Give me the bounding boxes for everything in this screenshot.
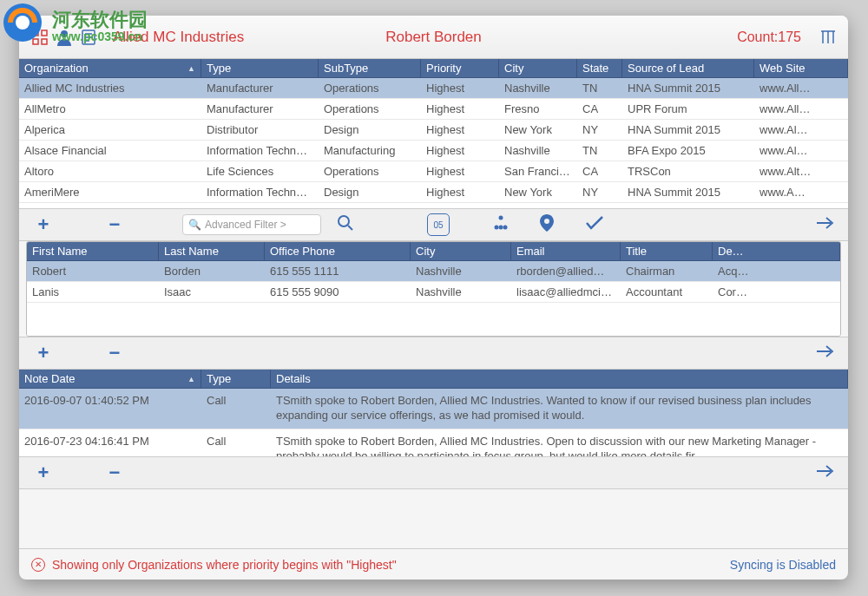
cell: CA — [577, 161, 622, 181]
cell: Highest — [421, 161, 499, 181]
location-pin-icon[interactable] — [540, 214, 554, 236]
col-last-name[interactable]: Last Name — [159, 242, 265, 260]
col-title[interactable]: Title — [621, 242, 713, 260]
cell: 615 555 9090 — [265, 282, 411, 302]
bottom-toolbar: + − — [19, 456, 848, 489]
svg-point-15 — [339, 216, 349, 226]
calendar-day-badge[interactable]: 05 — [427, 213, 450, 236]
col-dept[interactable]: De… — [713, 242, 840, 260]
col-note-details[interactable]: Details — [271, 370, 848, 388]
bottom-next-arrow-button[interactable] — [815, 463, 836, 483]
svg-point-1 — [16, 16, 30, 29]
hierarchy-icon[interactable] — [493, 215, 509, 235]
notes-toolbar: + − — [19, 337, 848, 370]
col-note-type[interactable]: Type — [201, 370, 271, 388]
cell: Cor… — [713, 282, 840, 302]
next-arrow-button[interactable] — [815, 215, 836, 235]
status-bar: ✕ Showing only Organizations where prior… — [19, 548, 848, 580]
add-note-button[interactable]: + — [31, 342, 56, 364]
note-details: TSmith spoke to Robert Borden, Allied MC… — [271, 389, 848, 429]
cell: HNA Summit 2015 — [622, 78, 754, 98]
add-bottom-button[interactable]: + — [31, 462, 56, 484]
cell: Manufacturer — [201, 99, 319, 119]
col-source[interactable]: Source of Lead — [622, 59, 754, 77]
table-row[interactable]: AltoroLife SciencesOperationsHighestSan … — [19, 161, 848, 182]
cell: lisaac@alliedmci… — [511, 282, 621, 302]
table-row[interactable]: AmeriMereInformation Techn…DesignHighest… — [19, 182, 848, 203]
cell: www.All… — [754, 78, 848, 98]
col-organization[interactable]: Organization▲ — [19, 59, 201, 77]
cell: NY — [577, 182, 622, 202]
cell: Operations — [319, 99, 421, 119]
filter-placeholder: Advanced Filter > — [205, 219, 286, 231]
note-date: 2016-07-23 04:16:41 PM — [19, 429, 201, 456]
col-city[interactable]: City — [499, 59, 577, 77]
search-button[interactable] — [337, 214, 354, 236]
remove-note-button[interactable]: − — [102, 342, 127, 364]
cell: www.A… — [754, 182, 848, 202]
clear-filter-icon[interactable]: ✕ — [31, 558, 45, 572]
col-note-date[interactable]: Note Date▲ — [19, 370, 201, 388]
advanced-filter-input[interactable]: 🔍 Advanced Filter > — [182, 214, 321, 235]
table-row[interactable]: RobertBorden615 555 1111Nashvillerborden… — [27, 261, 840, 282]
cell: Highest — [421, 120, 499, 140]
cell: Robert — [27, 261, 159, 281]
col-state[interactable]: State — [577, 59, 622, 77]
remove-bottom-button[interactable]: − — [102, 462, 127, 484]
cell: AmeriMere — [19, 182, 201, 202]
table-row[interactable]: 2016-07-23 04:16:41 PMCallTSmith spoke t… — [19, 429, 848, 456]
columns-icon[interactable] — [819, 28, 838, 47]
table-row[interactable]: Allied MC IndustriesManufacturerOperatio… — [19, 78, 848, 99]
col-first-name[interactable]: First Name — [27, 242, 159, 260]
table-row[interactable]: LanisIsaac615 555 9090Nashvillelisaac@al… — [27, 282, 840, 303]
note-type: Call — [201, 389, 271, 429]
cell: Alsace Financial — [19, 141, 201, 160]
col-subtype[interactable]: SubType — [319, 59, 421, 77]
cell: Nashville — [411, 282, 511, 302]
sync-status-text[interactable]: Syncing is Disabled — [730, 558, 836, 572]
sort-asc-icon: ▲ — [187, 375, 195, 383]
note-date: 2016-09-07 01:40:52 PM — [19, 389, 201, 429]
cell: www.Al… — [754, 120, 848, 140]
contacts-grid-body[interactable]: RobertBorden615 555 1111Nashvillerborden… — [27, 261, 840, 336]
cell: Borden — [159, 261, 265, 281]
cell: TRSCon — [622, 161, 754, 181]
cell: rborden@allied… — [511, 261, 621, 281]
table-row[interactable]: AlpericaDistributorDesignHighestNew York… — [19, 120, 848, 141]
notes-grid-body[interactable]: 2016-09-07 01:40:52 PMCallTSmith spoke t… — [19, 389, 848, 456]
cell: Nashville — [499, 141, 577, 160]
notes-next-arrow-button[interactable] — [815, 344, 836, 363]
checkmark-icon[interactable] — [585, 215, 604, 235]
cell: Highest — [421, 141, 499, 160]
org-grid-body[interactable]: Allied MC IndustriesManufacturerOperatio… — [19, 78, 848, 208]
col-type[interactable]: Type — [201, 59, 319, 77]
table-row[interactable]: AllMetroManufacturerOperationsHighestFre… — [19, 99, 848, 120]
table-row[interactable]: Alsace FinancialInformation Techn…Manufa… — [19, 141, 848, 161]
cell: Design — [319, 182, 421, 202]
col-email[interactable]: Email — [511, 242, 621, 260]
search-icon: 🔍 — [188, 219, 201, 231]
cell: Accountant — [621, 282, 713, 302]
watermark-logo — [2, 2, 43, 49]
col-office-phone[interactable]: Office Phone — [265, 242, 411, 260]
table-row[interactable]: 2016-09-07 01:40:52 PMCallTSmith spoke t… — [19, 389, 848, 429]
cell: Distributor — [201, 120, 319, 140]
org-grid-header: Organization▲ Type SubType Priority City… — [19, 59, 848, 78]
col-website[interactable]: Web Site — [754, 59, 848, 77]
cell: Acq… — [713, 261, 840, 281]
notes-grid: Note Date▲ Type Details 2016-09-07 01:40… — [19, 370, 848, 456]
remove-button[interactable]: − — [102, 213, 127, 236]
contacts-grid-header: First Name Last Name Office Phone City E… — [27, 242, 840, 261]
col-contact-city[interactable]: City — [411, 242, 511, 260]
svg-point-18 — [495, 225, 499, 229]
cell: New York — [499, 120, 577, 140]
cell: www.All… — [754, 99, 848, 119]
col-priority[interactable]: Priority — [421, 59, 499, 77]
note-details: TSmith spoke to Robert Borden, Allied MC… — [271, 429, 848, 456]
cell: AllMetro — [19, 99, 201, 119]
selected-person: Robert Borden — [385, 29, 482, 46]
cell: Information Techn… — [201, 141, 319, 160]
cell: Highest — [421, 78, 499, 98]
filter-status-text: Showing only Organizations where priorit… — [52, 558, 397, 572]
add-button[interactable]: + — [31, 213, 56, 236]
